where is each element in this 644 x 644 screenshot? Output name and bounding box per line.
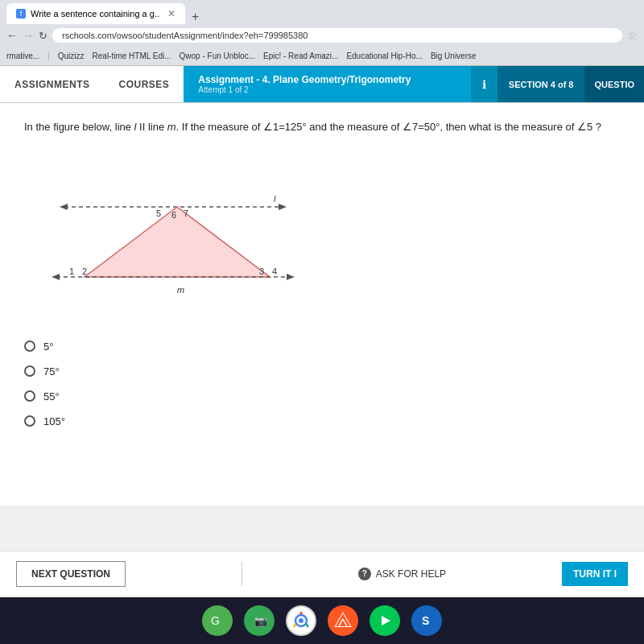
taskbar: G 📷 S [0,597,644,644]
geometry-figure: l m 5 6 7 1 2 3 4 [40,152,620,324]
bookmark-quizizz[interactable]: Quizizz [58,52,85,60]
header-nav: ASSIGNMENTS COURSES [0,66,184,102]
radio-option-2[interactable] [24,365,35,377]
svg-text:3: 3 [259,266,264,276]
svg-text:5: 5 [156,208,161,218]
bookmark-rmative[interactable]: rmative... [6,52,39,60]
assignments-nav-button[interactable]: ASSIGNMENTS [0,66,105,102]
svg-text:6: 6 [171,210,176,220]
back-icon[interactable]: ← [6,29,18,42]
divider [242,562,242,586]
tab-title: Write a sentence containing a g... [31,9,159,19]
bookmark-edu[interactable]: Educational Hip-Ho... [346,52,423,60]
attempt-label: Attempt 1 of 2 [198,85,456,94]
svg-text:S: S [422,614,429,627]
assignment-title: Assignment - 4. Plane Geometry/Trigonome… [198,74,456,85]
svg-marker-2 [60,204,68,210]
taskbar-icon-play[interactable] [369,605,400,636]
question-text: In the figure below, line l II line m. I… [24,119,620,136]
svg-text:2: 2 [82,266,87,276]
option-3-label: 55° [43,390,60,402]
section-label: SECTION 4 of 8 [497,66,585,102]
svg-marker-4 [85,207,270,277]
svg-point-22 [299,618,303,623]
svg-text:7: 7 [184,208,188,218]
ask-for-help-button[interactable]: ? ASK FOR HELP [358,568,446,580]
bookmark-universe[interactable]: Big Universe [431,52,477,60]
bottom-bar: NEXT QUESTION ? ASK FOR HELP TURN IT I [0,551,644,596]
forward-icon[interactable]: → [23,29,34,42]
bookmark-bar: rmative... | Quizizz Real-time HTML Edi.… [0,47,644,66]
ask-icon: ? [358,568,371,580]
radio-option-4[interactable] [24,415,35,427]
tab-close-icon[interactable]: ✕ [167,8,175,19]
taskbar-icon-drive[interactable] [328,605,358,636]
option-1-label: 5° [43,341,53,353]
option-2-label: 75° [43,365,60,378]
option-3[interactable]: 55° [24,390,620,402]
refresh-icon[interactable]: ↻ [39,30,47,42]
next-question-button[interactable]: NEXT QUESTION [16,561,126,587]
option-2[interactable]: 75° [24,365,620,378]
radio-option-3[interactable] [24,390,35,402]
option-4[interactable]: 105° [24,415,620,427]
svg-text:📷: 📷 [254,614,268,628]
taskbar-icon-s[interactable]: S [411,605,442,636]
app-header: ASSIGNMENTS COURSES Assignment - 4. Plan… [0,66,644,103]
tab-bar: f Write a sentence containing a g... ✕ + [0,0,644,24]
bookmark-icon[interactable]: ☆ [627,29,638,42]
bookmark-qwop[interactable]: Qwop - Fun Unbloc... [180,52,255,60]
radio-option-1[interactable] [24,341,35,352]
svg-text:G: G [211,614,220,627]
bookmark-epic[interactable]: Epic! - Read Amazi... [263,52,338,60]
info-button[interactable]: ℹ [471,66,497,102]
question-label: QUESTIO [584,66,644,102]
triangle-diagram: l m 5 6 7 1 2 3 4 [40,152,314,321]
option-4-label: 105° [43,415,65,427]
assignment-info: Assignment - 4. Plane Geometry/Trigonome… [184,66,470,102]
taskbar-icon-chrome[interactable] [286,605,316,636]
courses-nav-button[interactable]: COURSES [105,66,184,102]
main-content: In the figure below, line l II line m. I… [0,103,644,506]
taskbar-icon-2[interactable]: 📷 [244,605,275,636]
active-tab[interactable]: f Write a sentence containing a g... ✕ [6,3,185,24]
svg-text:1: 1 [69,266,74,276]
new-tab-button[interactable]: + [185,10,205,24]
svg-text:m: m [177,285,184,295]
svg-text:l: l [274,194,276,204]
turn-it-in-button[interactable]: TURN IT I [562,562,628,586]
address-input[interactable] [52,28,622,43]
answer-choices: 5° 75° 55° 105° [24,341,620,427]
svg-text:4: 4 [272,266,277,276]
ask-label: ASK FOR HELP [376,568,446,580]
option-1[interactable]: 5° [24,341,620,353]
address-bar: ← → ↻ ☆ [0,24,644,47]
taskbar-icon-1[interactable]: G [202,605,233,636]
svg-marker-6 [287,274,295,280]
svg-marker-7 [52,274,60,280]
bookmark-html[interactable]: Real-time HTML Edi... [93,52,171,60]
svg-marker-1 [279,204,287,210]
